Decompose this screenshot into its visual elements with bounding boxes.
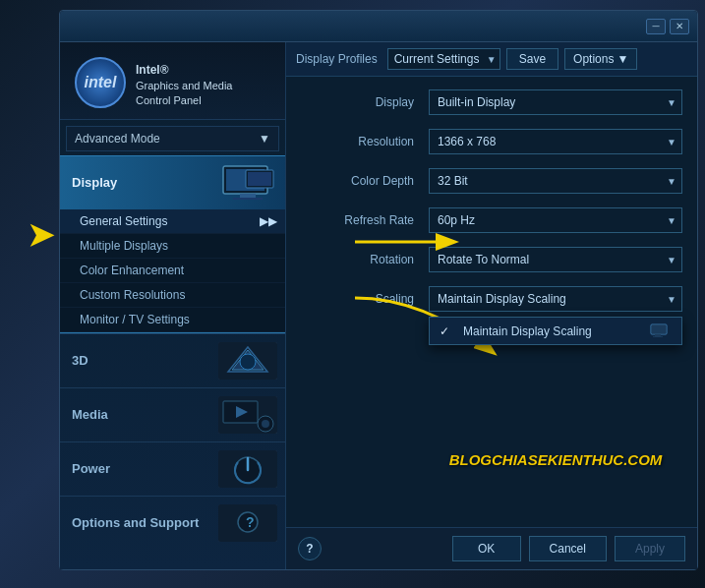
sidebar-section-3d[interactable]: 3D bbox=[60, 333, 285, 387]
rotation-setting-row: Rotation Rotate To Normal bbox=[301, 244, 682, 275]
intel-logo-area: intel Intel® Graphics and Media Control … bbox=[60, 42, 285, 120]
brand-name-line2: Graphics and Media bbox=[136, 79, 232, 93]
resolution-select-wrapper: 1366 x 768 bbox=[429, 129, 682, 154]
svg-rect-22 bbox=[655, 334, 661, 336]
resolution-select[interactable]: 1366 x 768 bbox=[429, 129, 682, 154]
svg-text:?: ? bbox=[246, 514, 255, 530]
ok-button[interactable]: OK bbox=[452, 536, 521, 561]
options-section-image: ? bbox=[218, 504, 277, 542]
general-settings-label: General Settings bbox=[80, 214, 167, 228]
display-sub-items: General Settings ▶▶ Multiple Displays Co… bbox=[60, 209, 285, 332]
title-bar: ─ ✕ bbox=[60, 11, 697, 42]
scaling-option-maintain[interactable]: ✓ Maintain Display Scaling bbox=[430, 318, 681, 344]
brand-name-line3: Control Panel bbox=[136, 93, 232, 108]
media-section-header[interactable]: Media bbox=[60, 388, 285, 441]
3d-section-image bbox=[218, 342, 277, 380]
scaling-setting-row: Scaling Maintain Display Scaling ✓ Maint… bbox=[301, 283, 682, 315]
options-button[interactable]: Options ▼ bbox=[564, 48, 637, 70]
display-select-wrapper: Built-in Display bbox=[429, 89, 682, 115]
intel-logo-text: intel bbox=[85, 74, 117, 91]
svg-rect-3 bbox=[233, 198, 263, 200]
sidebar-item-color-enhancement[interactable]: Color Enhancement bbox=[60, 259, 285, 283]
color-depth-select[interactable]: 32 Bit bbox=[429, 168, 682, 194]
resolution-setting-row: Resolution 1366 x 768 bbox=[301, 126, 682, 157]
intel-brand-text: Intel® Graphics and Media Control Panel bbox=[136, 57, 232, 109]
scaling-monitor-icon bbox=[650, 323, 672, 338]
display-monitor-icon bbox=[218, 164, 277, 202]
3d-section-label: 3D bbox=[72, 353, 88, 368]
watermark: BLOGCHIASEKIENTHUC.COM bbox=[449, 451, 663, 468]
scaling-setting-label: Scaling bbox=[301, 292, 429, 306]
sidebar-item-monitor-tv[interactable]: Monitor / TV Settings bbox=[60, 308, 285, 332]
sidebar-section-power[interactable]: Power bbox=[60, 441, 285, 496]
sidebar-item-general-settings[interactable]: General Settings ▶▶ bbox=[60, 209, 285, 234]
power-section-header[interactable]: Power bbox=[60, 442, 285, 496]
sidebar-section-options[interactable]: Options and Support ? bbox=[60, 496, 285, 550]
dialog-body: intel Intel® Graphics and Media Control … bbox=[60, 42, 697, 569]
refresh-rate-select-wrapper: 60p Hz bbox=[429, 207, 682, 233]
svg-rect-23 bbox=[653, 336, 663, 337]
checkmark-icon: ✓ bbox=[440, 324, 455, 338]
save-button[interactable]: Save bbox=[506, 48, 558, 70]
apply-button[interactable]: Apply bbox=[615, 536, 685, 561]
svg-rect-5 bbox=[248, 172, 271, 186]
refresh-rate-select[interactable]: 60p Hz bbox=[429, 207, 682, 233]
scaling-option-label: Maintain Display Scaling bbox=[463, 324, 642, 338]
scaling-select-wrapper: Maintain Display Scaling bbox=[429, 286, 682, 312]
options-section-header[interactable]: Options and Support ? bbox=[60, 497, 285, 550]
intel-logo: intel bbox=[75, 57, 126, 108]
options-chevron-icon: ▼ bbox=[617, 52, 628, 66]
profiles-label: Display Profiles bbox=[296, 52, 378, 66]
power-section-image bbox=[218, 450, 277, 488]
color-enhancement-label: Color Enhancement bbox=[80, 264, 184, 277]
display-select[interactable]: Built-in Display bbox=[429, 89, 682, 115]
display-setting-label: Display bbox=[301, 95, 429, 109]
3d-section-header[interactable]: 3D bbox=[60, 334, 285, 387]
display-section-title: Display bbox=[72, 175, 117, 190]
rotation-select[interactable]: Rotate To Normal bbox=[429, 247, 682, 272]
media-section-label: Media bbox=[72, 407, 108, 422]
sidebar-item-custom-resolutions[interactable]: Custom Resolutions bbox=[60, 283, 285, 308]
refresh-rate-setting-label: Refresh Rate bbox=[301, 213, 429, 227]
rotation-select-wrapper: Rotate To Normal bbox=[429, 247, 682, 272]
profiles-bar: Display Profiles Current Settings ▼ Save… bbox=[286, 42, 697, 77]
content-area: Display Profiles Current Settings ▼ Save… bbox=[286, 42, 697, 569]
settings-area: Display Built-in Display Resolution 1366… bbox=[286, 77, 697, 527]
advanced-mode-dropdown[interactable]: Advanced Mode ▼ bbox=[66, 126, 279, 151]
custom-resolutions-label: Custom Resolutions bbox=[80, 288, 185, 302]
power-section-label: Power bbox=[72, 461, 110, 476]
sidebar-section-media[interactable]: Media bbox=[60, 387, 285, 441]
advanced-mode-label: Advanced Mode bbox=[75, 132, 160, 146]
cancel-button[interactable]: Cancel bbox=[529, 536, 607, 561]
scaling-select[interactable]: Maintain Display Scaling bbox=[429, 286, 682, 312]
sidebar-section-display[interactable]: Display General Settings bbox=[60, 155, 285, 333]
minimize-button[interactable]: ─ bbox=[646, 19, 666, 34]
resolution-setting-label: Resolution bbox=[301, 135, 429, 148]
color-depth-select-wrapper: 32 Bit bbox=[429, 168, 682, 194]
color-depth-setting-label: Color Depth bbox=[301, 174, 429, 188]
current-settings-select[interactable]: Current Settings bbox=[387, 48, 500, 70]
svg-point-9 bbox=[240, 354, 256, 370]
svg-point-14 bbox=[262, 420, 269, 428]
display-section-header[interactable]: Display bbox=[60, 156, 285, 209]
close-button[interactable]: ✕ bbox=[670, 19, 689, 34]
options-section-label: Options and Support bbox=[72, 515, 199, 530]
rotation-setting-label: Rotation bbox=[301, 253, 429, 266]
title-bar-buttons: ─ ✕ bbox=[646, 19, 689, 34]
multiple-displays-label: Multiple Displays bbox=[80, 239, 168, 253]
refresh-rate-setting-row: Refresh Rate 60p Hz bbox=[301, 205, 682, 236]
svg-rect-21 bbox=[652, 325, 666, 333]
media-section-image bbox=[218, 396, 277, 434]
sidebar-item-multiple-displays[interactable]: Multiple Displays bbox=[60, 234, 285, 259]
help-button[interactable]: ? bbox=[298, 537, 322, 560]
brand-name-line1: Intel® bbox=[136, 62, 232, 79]
svg-rect-2 bbox=[240, 194, 256, 198]
options-button-label: Options bbox=[573, 52, 614, 66]
sidebar: intel Intel® Graphics and Media Control … bbox=[60, 42, 286, 569]
chevron-down-icon: ▼ bbox=[259, 132, 270, 146]
current-settings-wrapper: Current Settings ▼ bbox=[387, 48, 500, 70]
bottom-bar: ? OK Cancel Apply bbox=[286, 527, 697, 569]
display-setting-row: Display Built-in Display bbox=[301, 87, 682, 118]
chevron-right-icon: ▶▶ bbox=[260, 214, 277, 228]
scaling-dropdown-popup: ✓ Maintain Display Scaling bbox=[429, 317, 682, 345]
